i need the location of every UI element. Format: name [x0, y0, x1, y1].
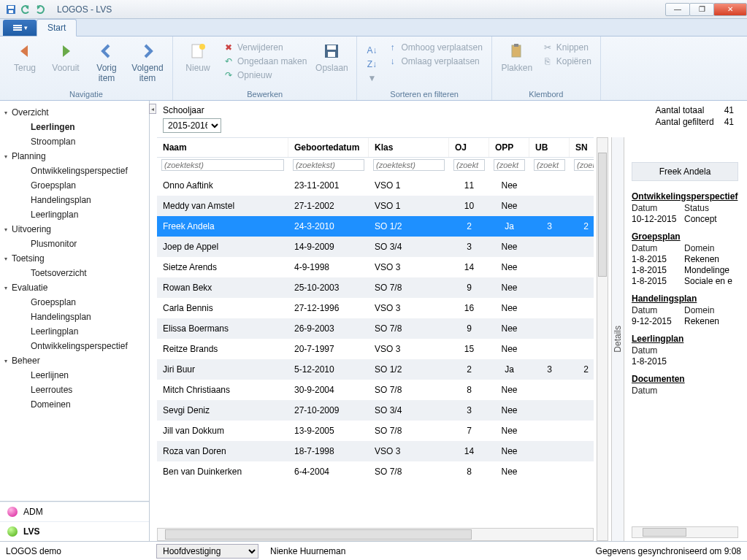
- filter-ub[interactable]: [534, 159, 565, 171]
- details-handelingsplan-title: Handelingsplan: [632, 294, 738, 304]
- col-naam[interactable]: Naam: [157, 138, 288, 157]
- table-row[interactable]: Joep de Appel14-9-2009SO 3/43Nee: [157, 237, 594, 257]
- sort-az-button[interactable]: A↓: [364, 44, 379, 57]
- nav-stroomplan[interactable]: Stroomplan: [3, 134, 146, 149]
- nav-evaluatie[interactable]: Evaluatie: [3, 280, 146, 295]
- omhoog-button[interactable]: ↑Omhoog verplaatsen: [385, 41, 483, 54]
- filter-opp[interactable]: [494, 159, 525, 171]
- ribbon-tab-start[interactable]: Start: [37, 19, 77, 37]
- col-opp[interactable]: OPP: [489, 138, 529, 157]
- arrow-down-icon: ↓: [386, 55, 398, 67]
- filter-naam[interactable]: [161, 159, 284, 171]
- col-oj[interactable]: OJ: [449, 138, 489, 157]
- verwijderen-button[interactable]: ✖Verwijderen: [221, 41, 308, 54]
- nav-next-item-button[interactable]: Volgend item: [130, 41, 165, 83]
- sphere-icon: [7, 526, 18, 537]
- nav-back-button[interactable]: Terug: [7, 41, 42, 73]
- svg-rect-10: [328, 52, 335, 57]
- arrow-right-icon: [55, 41, 76, 61]
- filter-sn[interactable]: [574, 159, 594, 171]
- new-icon: [188, 41, 208, 61]
- nav-opp[interactable]: Ontwikkelingsperspectief: [3, 164, 146, 178]
- table-row[interactable]: Elissa Boermans26-9-2003SO 7/89Nee: [157, 318, 594, 339]
- window-title: LOGOS - LVS: [57, 4, 112, 15]
- grid-h-scrollbar[interactable]: [157, 528, 594, 541]
- nav-leerroutes[interactable]: Leerroutes: [3, 383, 146, 397]
- kopieren-button[interactable]: ⎘Kopiëren: [540, 55, 593, 68]
- col-ub[interactable]: UB: [529, 138, 570, 157]
- table-row[interactable]: Carla Bennis27-12-1996VSO 316Nee: [157, 298, 594, 318]
- details-tab[interactable]: Details: [611, 137, 624, 541]
- filter-klas[interactable]: [373, 159, 445, 171]
- delete-icon: ✖: [223, 42, 234, 53]
- svg-rect-2: [9, 10, 13, 13]
- table-row[interactable]: Jiri Buur5-12-2010SO 1/22Ja32: [157, 359, 594, 380]
- sort-za-icon: Z↓: [366, 58, 378, 70]
- ongedaan-button[interactable]: ↶Ongedaan maken: [221, 55, 308, 68]
- grid-body: Onno Aaftink23-11-2001VSO 111NeeMeddy va…: [157, 175, 594, 526]
- table-row[interactable]: Meddy van Amstel27-1-2002VSO 110Nee: [157, 196, 594, 216]
- col-sn[interactable]: SN: [570, 138, 594, 157]
- qat-redo-icon[interactable]: [34, 3, 47, 16]
- collapse-sidebar-button[interactable]: ◂: [149, 104, 156, 114]
- details-h-scrollbar[interactable]: [632, 526, 738, 538]
- filter-button[interactable]: ▼: [364, 72, 379, 85]
- nav-toetsing[interactable]: Toetsing: [3, 251, 146, 266]
- nav-eval-leerlingplan[interactable]: Leerlingplan: [3, 324, 146, 339]
- sort-za-button[interactable]: Z↓: [364, 58, 379, 71]
- nav-forward-button[interactable]: Vooruit: [48, 41, 83, 73]
- nav-leerlijnen[interactable]: Leerlijnen: [3, 368, 146, 383]
- grid-v-scrollbar[interactable]: [597, 137, 608, 541]
- vestiging-select[interactable]: Hoofdvestiging: [156, 544, 258, 559]
- nav-groepsplan[interactable]: Groepsplan: [3, 178, 146, 193]
- opnieuw-button[interactable]: ↷Opnieuw: [221, 69, 308, 82]
- knippen-button[interactable]: ✂Knippen: [540, 41, 593, 54]
- filter-geb[interactable]: [293, 159, 364, 171]
- table-row[interactable]: Sevgi Deniz27-10-2009SO 3/43Nee: [157, 400, 594, 421]
- col-klas[interactable]: Klas: [369, 138, 449, 157]
- maximize-button[interactable]: ❐: [689, 3, 714, 16]
- details-groepsplan-title: Groepsplan: [632, 231, 738, 242]
- col-geboortedatum[interactable]: Geboortedatum: [288, 138, 369, 157]
- nav-planning[interactable]: Planning: [3, 149, 146, 164]
- nav-prev-item-button[interactable]: Vorig item: [89, 41, 124, 83]
- table-row[interactable]: Ben van Duinkerken6-4-2004SO 7/88Nee: [157, 461, 594, 482]
- nav-toetsoverzicht[interactable]: Toetsoverzicht: [3, 266, 146, 280]
- ribbon-tabs: ▾ Start: [0, 19, 747, 37]
- nav-beheer[interactable]: Beheer: [3, 353, 146, 368]
- table-row[interactable]: Reitze Brands20-7-1997VSO 315Nee: [157, 339, 594, 359]
- nav-eval-opp[interactable]: Ontwikkelingsperspectief: [3, 339, 146, 353]
- table-row[interactable]: Mitch Christiaans30-9-2004SO 7/88Nee: [157, 380, 594, 400]
- plakken-button[interactable]: Plakken: [499, 41, 535, 73]
- nav-handelingsplan[interactable]: Handelingsplan: [3, 193, 146, 207]
- nav-overzicht[interactable]: Overzicht: [3, 105, 146, 120]
- module-lvs[interactable]: LVS: [0, 521, 149, 541]
- aantal-totaal-label: Aantal totaal: [656, 105, 714, 115]
- opslaan-button[interactable]: Opslaan: [314, 41, 349, 73]
- nav-eval-groepsplan[interactable]: Groepsplan: [3, 295, 146, 310]
- nieuw-button[interactable]: Nieuw: [180, 41, 215, 73]
- nav-leerlingplan[interactable]: Leerlingplan: [3, 207, 146, 222]
- table-row[interactable]: Sietze Arends4-9-1998VSO 314Nee: [157, 257, 594, 277]
- aantal-gefilterd-value: 41: [724, 117, 734, 127]
- minimize-button[interactable]: —: [665, 3, 690, 16]
- nav-uitvoering[interactable]: Uitvoering: [3, 222, 146, 237]
- nav-plusmonitor[interactable]: Plusmonitor: [3, 237, 146, 251]
- qat-undo-icon[interactable]: [19, 3, 32, 16]
- filter-oj[interactable]: [453, 159, 485, 171]
- table-row[interactable]: Freek Andela24-3-2010SO 1/22Ja32: [157, 216, 594, 237]
- copy-icon: ⎘: [542, 55, 553, 67]
- module-adm[interactable]: ADM: [0, 502, 149, 521]
- nav-domeinen[interactable]: Domeinen: [3, 397, 146, 412]
- app-menu-button[interactable]: ▾: [3, 20, 37, 36]
- qat-save-icon[interactable]: [4, 3, 18, 16]
- nav-leerlingen[interactable]: Leerlingen: [3, 120, 146, 134]
- schooljaar-select[interactable]: 2015-2016: [163, 118, 221, 133]
- omlaag-button[interactable]: ↓Omlaag verplaatsen: [385, 55, 483, 68]
- table-row[interactable]: Jill van Dokkum13-9-2005SO 7/87Nee: [157, 421, 594, 441]
- close-button[interactable]: ✕: [713, 3, 747, 16]
- table-row[interactable]: Rowan Bekx25-10-2003SO 7/89Nee: [157, 277, 594, 298]
- table-row[interactable]: Roza van Doren18-7-1998VSO 314Nee: [157, 441, 594, 461]
- nav-eval-handelingsplan[interactable]: Handelingsplan: [3, 310, 146, 324]
- table-row[interactable]: Onno Aaftink23-11-2001VSO 111Nee: [157, 175, 594, 196]
